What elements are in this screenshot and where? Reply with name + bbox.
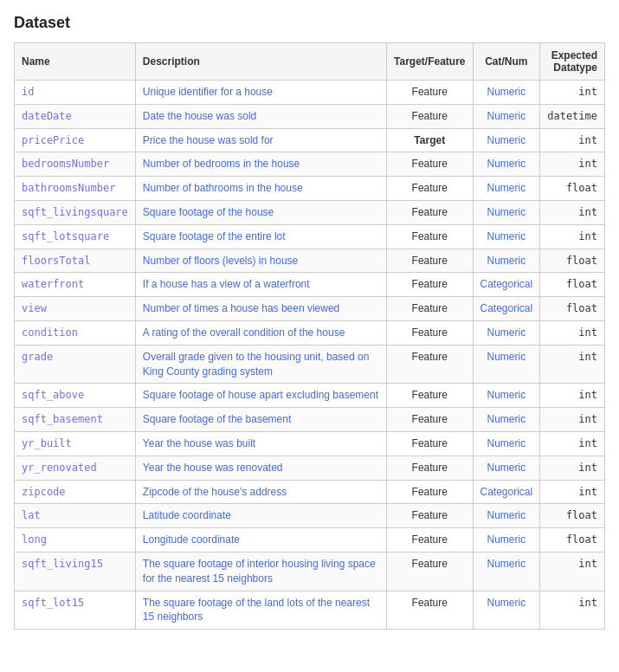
cell-catnum: Numeric — [473, 128, 540, 152]
table-row: sqft_lot15The square footage of the land… — [15, 591, 605, 630]
cell-catnum: Numeric — [473, 249, 540, 273]
cell-name: waterfront — [15, 273, 136, 297]
cell-catnum: Numeric — [473, 224, 540, 249]
cell-name: condition — [15, 320, 136, 345]
cell-catnum: Numeric — [473, 528, 540, 552]
cell-name: sqft_livingsquare — [15, 200, 136, 224]
cell-target: Feature — [387, 384, 473, 408]
cell-dtype: int — [540, 81, 605, 105]
cell-target: Feature — [387, 249, 473, 273]
cell-catnum: Numeric — [473, 81, 540, 105]
cell-target: Feature — [387, 177, 473, 201]
table-row: conditionA rating of the overall conditi… — [15, 320, 605, 345]
cell-catnum: Numeric — [473, 320, 540, 345]
cell-dtype: datetime — [540, 104, 605, 128]
cell-catnum: Numeric — [473, 200, 540, 224]
cell-description: Overall grade given to the housing unit,… — [135, 345, 386, 384]
cell-description: Longitude coordinate — [135, 528, 386, 552]
table-row: gradeOverall grade given to the housing … — [15, 345, 605, 384]
cell-name: long — [15, 528, 136, 552]
cell-name: dateDate — [15, 104, 136, 128]
cell-target: Feature — [387, 552, 473, 591]
cell-dtype: int — [540, 152, 605, 177]
cell-name: floorsTotal — [15, 249, 136, 273]
cell-target: Feature — [387, 224, 473, 249]
col-header-target: Target/Feature — [387, 43, 473, 81]
table-row: dateDateDate the house was soldFeatureNu… — [15, 104, 605, 128]
cell-description: Unique identifier for a house — [135, 81, 386, 105]
cell-catnum: Numeric — [473, 552, 540, 591]
table-row: bedroomsNumberNumber of bedrooms in the … — [15, 152, 605, 177]
cell-name: sqft_above — [15, 384, 136, 408]
cell-dtype: float — [540, 297, 605, 321]
cell-description: Number of bathrooms in the house — [135, 177, 386, 201]
cell-catnum: Categorical — [473, 480, 540, 504]
cell-description: Number of times a house has been viewed — [135, 297, 386, 321]
cell-dtype: int — [540, 128, 605, 152]
table-row: sqft_basementSquare footage of the basem… — [15, 408, 605, 432]
cell-description: The square footage of the land lots of t… — [135, 591, 386, 630]
cell-name: sqft_lotsquare — [15, 224, 136, 249]
cell-dtype: int — [540, 200, 605, 224]
cell-target: Feature — [387, 104, 473, 128]
table-row: yr_renovatedYear the house was renovated… — [15, 456, 605, 480]
cell-dtype: int — [540, 320, 605, 345]
cell-name: yr_built — [15, 431, 136, 456]
cell-catnum: Categorical — [473, 273, 540, 297]
cell-description: If a house has a view of a waterfront — [135, 273, 386, 297]
cell-catnum: Numeric — [473, 591, 540, 630]
cell-dtype: float — [540, 273, 605, 297]
cell-description: Price the house was sold for — [135, 128, 386, 152]
table-row: floorsTotalNumber of floors (levels) in … — [15, 249, 605, 273]
table-row: sqft_livingsquareSquare footage of the h… — [15, 200, 605, 224]
cell-target: Target — [387, 128, 473, 152]
cell-name: sqft_lot15 — [15, 591, 136, 630]
cell-description: Square footage of the house — [135, 200, 386, 224]
cell-catnum: Numeric — [473, 504, 540, 528]
dataset-table: Name Description Target/Feature Cat/Num … — [14, 42, 605, 630]
cell-name: bedroomsNumber — [15, 152, 136, 177]
cell-description: Date the house was sold — [135, 104, 386, 128]
cell-name: zipcode — [15, 480, 136, 504]
table-row: longLongitude coordinateFeatureNumericfl… — [15, 528, 605, 552]
cell-name: lat — [15, 504, 136, 528]
cell-dtype: int — [540, 345, 605, 384]
cell-catnum: Numeric — [473, 456, 540, 480]
cell-catnum: Categorical — [473, 297, 540, 321]
cell-target: Feature — [387, 200, 473, 224]
cell-dtype: int — [540, 384, 605, 408]
cell-dtype: int — [540, 224, 605, 249]
cell-name: pricePrice — [15, 128, 136, 152]
cell-target: Feature — [387, 456, 473, 480]
cell-target: Feature — [387, 591, 473, 630]
cell-description: Year the house was built — [135, 431, 386, 456]
cell-target: Feature — [387, 81, 473, 105]
cell-description: A rating of the overall condition of the… — [135, 320, 386, 345]
table-row: sqft_living15The square footage of inter… — [15, 552, 605, 591]
table-row: latLatitude coordinateFeatureNumericfloa… — [15, 504, 605, 528]
cell-target: Feature — [387, 345, 473, 384]
cell-name: sqft_basement — [15, 408, 136, 432]
cell-description: Number of bedrooms in the house — [135, 152, 386, 177]
cell-catnum: Numeric — [473, 408, 540, 432]
cell-target: Feature — [387, 480, 473, 504]
cell-name: sqft_living15 — [15, 552, 136, 591]
col-header-dtype: Expected Datatype — [540, 43, 605, 81]
cell-catnum: Numeric — [473, 384, 540, 408]
cell-name: grade — [15, 345, 136, 384]
col-header-name: Name — [15, 43, 136, 81]
cell-target: Feature — [387, 408, 473, 432]
table-row: waterfrontIf a house has a view of a wat… — [15, 273, 605, 297]
cell-catnum: Numeric — [473, 345, 540, 384]
col-header-catnum: Cat/Num — [473, 43, 540, 81]
cell-target: Feature — [387, 152, 473, 177]
cell-dtype: float — [540, 177, 605, 201]
table-row: sqft_lotsquareSquare footage of the enti… — [15, 224, 605, 249]
cell-name: bathroomsNumber — [15, 177, 136, 201]
cell-name: yr_renovated — [15, 456, 136, 480]
table-row: viewNumber of times a house has been vie… — [15, 297, 605, 321]
cell-description: Latitude coordinate — [135, 504, 386, 528]
cell-dtype: float — [540, 504, 605, 528]
cell-dtype: int — [540, 552, 605, 591]
cell-description: Square footage of the basement — [135, 408, 386, 432]
